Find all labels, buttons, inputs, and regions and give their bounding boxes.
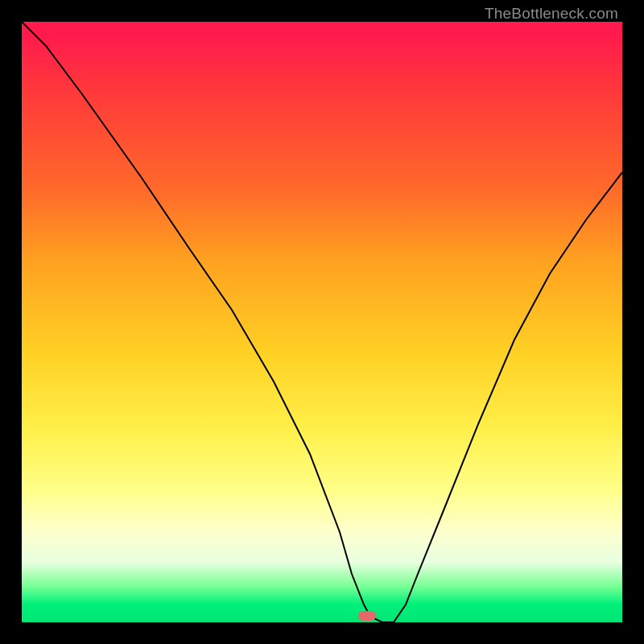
optimal-marker — [358, 611, 376, 621]
curve-path — [22, 22, 622, 622]
plot-area — [22, 22, 622, 622]
chart-frame: TheBottleneck.com — [0, 0, 644, 644]
bottleneck-curve — [22, 22, 622, 622]
watermark-text: TheBottleneck.com — [485, 5, 618, 23]
